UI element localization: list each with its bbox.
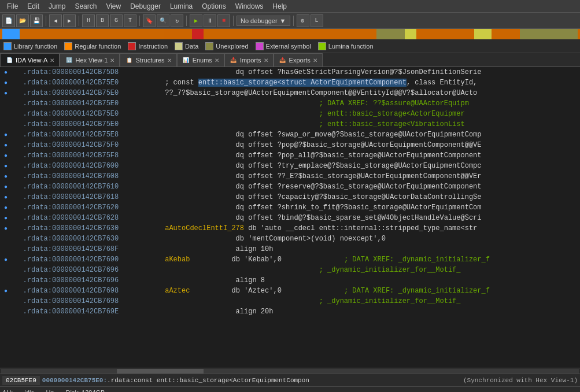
code-line[interactable]: .rdata:0000000142CB7696 ; _dynamic_initi… — [0, 265, 580, 275]
lumina-button[interactable]: L — [311, 14, 323, 27]
open-button[interactable]: 📂 — [16, 14, 29, 27]
tab-ida-close[interactable]: ✕ — [50, 57, 54, 64]
code-line[interactable]: ● .rdata:0000000142CB7608 dq offset ??_E… — [0, 171, 580, 182]
code-content: aKebab db 'Kebab',0 ; DATA XREF: _dynami… — [161, 256, 490, 264]
code-line[interactable]: ● .rdata:0000000142CB7620 dq offset ?shr… — [0, 202, 580, 213]
tab-ida-view[interactable]: 📄 IDA View-A ✕ — [0, 53, 60, 67]
settings-button[interactable]: ⚙ — [297, 14, 309, 27]
legend-color-lumina — [318, 42, 326, 50]
code-line[interactable]: ● .rdata:0000000142CB75E0 ; const entt::… — [0, 77, 580, 88]
code-line[interactable]: ● .rdata:0000000142CB75D8 dq offset ?has… — [0, 67, 580, 77]
code-addr: .rdata:0000000142CB7628 — [10, 214, 161, 222]
menu-windows[interactable]: Windows — [231, 1, 268, 12]
toolbar-sep-4 — [186, 16, 187, 26]
legend-color-external — [256, 42, 264, 50]
pause-button[interactable]: ⏸ — [204, 14, 216, 27]
code-line[interactable]: ● .rdata:0000000142CB75F0 dq offset ?pop… — [0, 140, 580, 150]
legend-color-instruction — [128, 42, 136, 50]
new-button[interactable]: 📄 — [2, 14, 15, 27]
code-line[interactable]: ● .rdata:0000000142CB7698 aAztec db 'Azt… — [0, 286, 580, 296]
text-button[interactable]: T — [124, 14, 136, 27]
code-addr: .rdata:0000000142CB75E0 — [10, 120, 161, 128]
nav-block-reg3 — [204, 29, 376, 39]
code-line[interactable]: .rdata:0000000142CB768F align 10h — [0, 244, 580, 254]
run-button[interactable]: ▶ — [190, 14, 202, 27]
menu-help[interactable]: Help — [268, 1, 291, 12]
tab-bar: 📄 IDA View-A ✕ 🔢 Hex View-1 ✕ 📋 Structur… — [0, 53, 580, 67]
graph-button[interactable]: G — [110, 14, 123, 27]
menu-lumina[interactable]: Lumina — [165, 1, 197, 12]
debugger-dropdown-icon[interactable]: ▼ — [280, 17, 286, 24]
code-content: ; entt::basic_storage<ActorEquipmer — [161, 110, 465, 118]
bullet-icon — [2, 298, 9, 305]
save-button[interactable]: 💾 — [30, 14, 43, 27]
code-line[interactable]: ● .rdata:0000000142CB7628 dq offset ?bin… — [0, 213, 580, 223]
status-full-addr: 0000000142CB75E0: — [42, 377, 107, 384]
code-line[interactable]: .rdata:0000000142CB7696 align 8 — [0, 275, 580, 286]
code-line[interactable]: ● .rdata:0000000142CB75F8 dq offset ?pop… — [0, 150, 580, 161]
tab-struct-close[interactable]: ✕ — [167, 57, 172, 64]
code-line[interactable]: .rdata:0000000142CB7698 ; _dynamic_initi… — [0, 296, 580, 306]
code-addr: .rdata:0000000142CB7696 — [10, 276, 161, 284]
menu-view[interactable]: View — [101, 1, 125, 12]
menu-search[interactable]: Search — [70, 1, 101, 12]
scrollbar-horizontal[interactable] — [0, 368, 580, 373]
tab-hex-close[interactable]: ✕ — [110, 57, 114, 64]
search-button[interactable]: 🔍 — [157, 14, 169, 27]
tab-imports-close[interactable]: ✕ — [264, 57, 268, 64]
code-line[interactable]: .rdata:0000000142CB769E align 20h — [0, 306, 580, 317]
code-line[interactable]: .rdata:0000000142CB75E0 ; DATA XREF: ??$… — [0, 98, 580, 109]
code-line[interactable]: .rdata:0000000142CB75E0 ; entt::basic_st… — [0, 109, 580, 119]
toolbar-sep-6 — [293, 16, 294, 26]
code-line[interactable]: .rdata:0000000142CB75E0 ; entt::basic_st… — [0, 119, 580, 130]
code-addr: .rdata:0000000142CB7698 — [10, 287, 161, 295]
tab-exports-close[interactable]: ✕ — [313, 57, 317, 64]
code-content: ; _dynamic_initializer_for__Motif_ — [161, 297, 460, 305]
scrollbar-track[interactable] — [1, 369, 579, 373]
disk-label: Disk: 1394GB — [66, 389, 105, 393]
menu-edit[interactable]: Edit — [23, 1, 44, 12]
tab-exports[interactable]: 📤 Exports ✕ — [274, 53, 323, 67]
tab-struct-label: Structures — [135, 57, 164, 64]
bullet-icon: ● — [2, 194, 9, 201]
nav-block-lib — [2, 29, 20, 39]
menu-file[interactable]: File — [2, 1, 23, 12]
code-line[interactable]: .rdata:0000000142CB7630 db 'mentComponen… — [0, 234, 580, 244]
tab-enums-close[interactable]: ✕ — [215, 57, 219, 64]
hex-button[interactable]: H — [82, 14, 95, 27]
menu-debugger[interactable]: Debugger — [125, 1, 165, 12]
back-button[interactable]: ◀ — [49, 14, 62, 27]
code-addr: .rdata:0000000142CB7696 — [10, 266, 161, 274]
code-line[interactable]: ● .rdata:0000000142CB75E0 ??_7?$basic_st… — [0, 88, 580, 98]
legend-library: Library function — [3, 42, 57, 50]
code-line[interactable]: ● .rdata:0000000142CB7618 dq offset ?cap… — [0, 192, 580, 202]
tab-enums[interactable]: 📊 Enums ✕ — [177, 53, 224, 67]
legend-label-data: Data — [185, 43, 198, 50]
stop-button[interactable]: ■ — [217, 14, 230, 27]
refresh-button[interactable]: ↻ — [171, 14, 183, 27]
nav-block-data2 — [474, 29, 492, 39]
bin-button[interactable]: B — [96, 14, 109, 27]
tab-structures[interactable]: 📋 Structures ✕ — [120, 53, 176, 67]
code-addr: .rdata:0000000142CB7698 — [10, 297, 161, 305]
menu-jump[interactable]: Jump — [44, 1, 70, 12]
code-line[interactable]: ● .rdata:0000000142CB75E8 dq offset ?swa… — [0, 130, 580, 140]
bullet-icon — [2, 246, 9, 253]
bullet-icon: ● — [2, 184, 9, 190]
nav-block-reg4 — [416, 29, 474, 39]
code-line[interactable]: ● .rdata:0000000142CB7600 dq offset ?try… — [0, 161, 580, 171]
menu-options[interactable]: Options — [197, 1, 230, 12]
tab-hex-view[interactable]: 🔢 Hex View-1 ✕ — [60, 53, 120, 67]
scrollbar-thumb[interactable] — [117, 369, 204, 373]
toolbar: 📄 📂 💾 ◀ ▶ H B G T 🔖 🔍 ↻ ▶ ⏸ ■ No debugge… — [0, 13, 580, 29]
tab-imports[interactable]: 📥 Imports ✕ — [224, 53, 274, 67]
debugger-selector[interactable]: No debugger ▼ — [237, 16, 290, 26]
code-line[interactable]: ● .rdata:0000000142CB7630 aAutoCdeclEntt… — [0, 223, 580, 234]
code-content: align 8 — [161, 276, 265, 284]
code-line[interactable]: ● .rdata:0000000142CB7690 aKebab db 'Keb… — [0, 254, 580, 265]
code-addr: .rdata:0000000142CB75E0 — [10, 110, 161, 118]
code-line[interactable]: ● .rdata:0000000142CB7610 dq offset ?res… — [0, 182, 580, 192]
code-area[interactable]: ● .rdata:0000000142CB75D8 dq offset ?has… — [0, 67, 580, 368]
bookmark-button[interactable]: 🔖 — [143, 14, 156, 27]
forward-button[interactable]: ▶ — [63, 14, 76, 27]
